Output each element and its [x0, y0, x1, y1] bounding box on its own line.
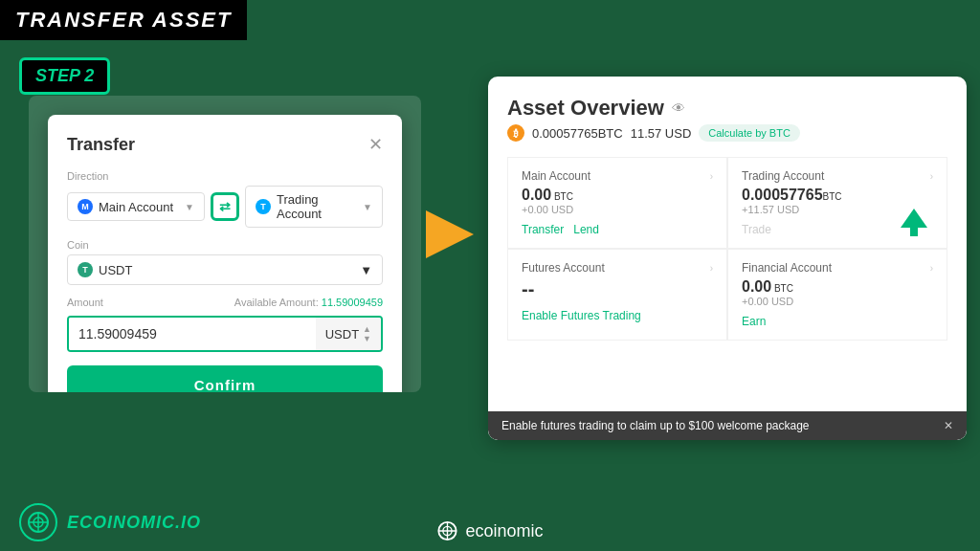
ecoinomic-logo-icon	[27, 511, 50, 534]
to-account-label: Trading Account	[277, 192, 357, 221]
from-account-select[interactable]: M Main Account ▼	[67, 192, 205, 221]
up-arrow-icon	[901, 209, 927, 228]
futures-account-balance: --	[522, 278, 713, 300]
left-panel: Transfer ✕ Direction M Main Account ▼ ⇄ …	[29, 96, 421, 392]
confirm-button[interactable]: Confirm	[67, 365, 383, 392]
trade-link[interactable]: Trade	[742, 223, 771, 236]
amount-header: Amount Available Amount: 11.59009459	[67, 297, 383, 312]
amount-label: Amount	[67, 297, 103, 308]
asset-overview-title: Asset Overview	[507, 96, 664, 121]
from-account-label: Main Account	[99, 200, 173, 214]
notification-close-icon[interactable]: ✕	[944, 419, 953, 432]
notification-bar: Enable futures trading to claim up to $1…	[488, 411, 967, 440]
trading-account-balance: 0.00057765BTC	[742, 187, 933, 204]
eye-icon[interactable]: 👁	[672, 100, 685, 116]
financial-account-actions: Earn	[742, 315, 933, 328]
close-icon[interactable]: ✕	[368, 134, 383, 155]
futures-account-title: Futures Account ›	[522, 261, 713, 275]
trading-account-card: Trading Account › 0.00057765BTC +11.57 U…	[727, 157, 947, 249]
ecoinomic-footer-logo-icon	[436, 520, 457, 541]
header: TRANSFER ASSET	[0, 0, 247, 40]
usdt-icon: T	[78, 262, 93, 277]
accounts-grid: Main Account › 0.00 BTC +0.00 USD Transf…	[507, 157, 947, 341]
up-arrow-stem	[910, 227, 918, 236]
coin-label: Coin	[67, 239, 383, 251]
financial-account-usd: +0.00 USD	[742, 296, 933, 307]
asset-overview-header: Asset Overview 👁	[507, 96, 947, 121]
btc-summary: ₿ 0.00057765BTC 11.57 USD Calculate by B…	[507, 124, 947, 142]
earn-link[interactable]: Earn	[742, 315, 766, 328]
transfer-dialog: Transfer ✕ Direction M Main Account ▼ ⇄ …	[48, 115, 402, 392]
footer-brand-left: ECOINOMIC.IO	[67, 513, 201, 533]
main-account-title: Main Account ›	[522, 169, 713, 183]
page-title: TRANSFER ASSET	[15, 8, 232, 32]
footer-left: ECOINOMIC.IO	[19, 503, 201, 541]
footer-right: ecoinomic	[436, 520, 543, 541]
trading-account-title: Trading Account ›	[742, 169, 933, 183]
footer-logo	[19, 503, 57, 541]
lend-link[interactable]: Lend	[573, 223, 599, 236]
to-chevron-icon: ▼	[363, 202, 372, 212]
to-account-select[interactable]: T Trading Account ▼	[245, 186, 383, 228]
futures-account-chevron[interactable]: ›	[710, 263, 713, 274]
main-account-usd: +0.00 USD	[522, 204, 713, 215]
stepper[interactable]: ▲▼	[363, 324, 371, 343]
main-account-chevron[interactable]: ›	[710, 171, 713, 182]
transfer-link[interactable]: Transfer	[522, 223, 564, 236]
footer-brand-right: ecoinomic	[465, 521, 543, 541]
main-account-card: Main Account › 0.00 BTC +0.00 USD Transf…	[507, 157, 727, 249]
main-account-actions: Transfer Lend	[522, 223, 713, 236]
btc-balance: 0.00057765BTC	[532, 126, 623, 141]
arrow-container	[421, 210, 479, 258]
financial-account-title: Financial Account ›	[742, 261, 933, 275]
coin-value: USDT	[99, 263, 132, 277]
btc-icon: ₿	[507, 124, 524, 142]
enable-futures-link[interactable]: Enable Futures Trading	[522, 309, 641, 322]
main-account-balance: 0.00 BTC	[522, 187, 713, 204]
calculate-button[interactable]: Calculate by BTC	[699, 124, 800, 142]
main-account-icon: M	[78, 199, 93, 214]
available-amount: 11.59009459	[322, 297, 383, 308]
amount-input-row: USDT ▲▼	[67, 316, 383, 352]
from-chevron-icon: ▼	[185, 202, 194, 212]
amount-input[interactable]	[69, 318, 316, 350]
asset-overview-panel: Asset Overview 👁 ₿ 0.00057765BTC 11.57 U…	[488, 77, 967, 440]
financial-account-chevron[interactable]: ›	[930, 263, 933, 274]
available-label: Available Amount: 11.59009459	[234, 297, 383, 312]
swap-button[interactable]: ⇄	[211, 192, 239, 221]
amount-currency: USDT ▲▼	[316, 318, 381, 350]
notification-text: Enable futures trading to claim up to $1…	[501, 419, 810, 432]
usd-balance: 11.57 USD	[631, 126, 692, 141]
step-badge: STEP 2	[19, 57, 110, 95]
coin-select[interactable]: T USDT ▼	[67, 254, 383, 285]
direction-row: M Main Account ▼ ⇄ T Trading Account ▼	[67, 186, 383, 228]
dialog-header: Transfer ✕	[67, 134, 383, 155]
financial-account-card: Financial Account › 0.00 BTC +0.00 USD E…	[727, 249, 947, 341]
right-arrow-icon	[426, 210, 474, 258]
dialog-title: Transfer	[67, 135, 135, 155]
futures-account-card: Futures Account › -- Enable Futures Trad…	[507, 249, 727, 341]
coin-chevron-icon: ▼	[360, 263, 372, 277]
trading-account-icon: T	[256, 199, 271, 214]
financial-account-balance: 0.00 BTC	[742, 278, 933, 296]
up-arrow-indicator	[901, 209, 927, 236]
trading-account-chevron[interactable]: ›	[930, 171, 933, 182]
direction-label: Direction	[67, 170, 383, 182]
